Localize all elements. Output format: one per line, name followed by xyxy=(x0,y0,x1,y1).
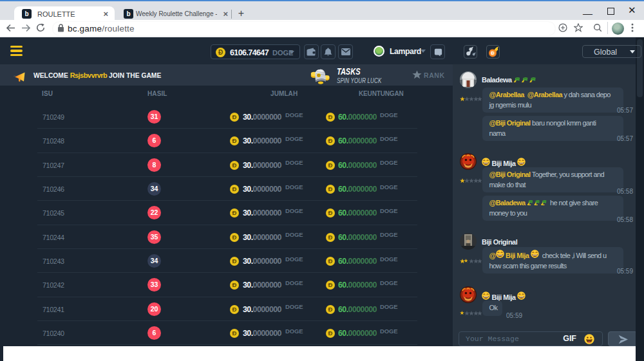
svg-text:Ð: Ð xyxy=(317,73,321,77)
svg-text:Ð: Ð xyxy=(491,51,494,55)
